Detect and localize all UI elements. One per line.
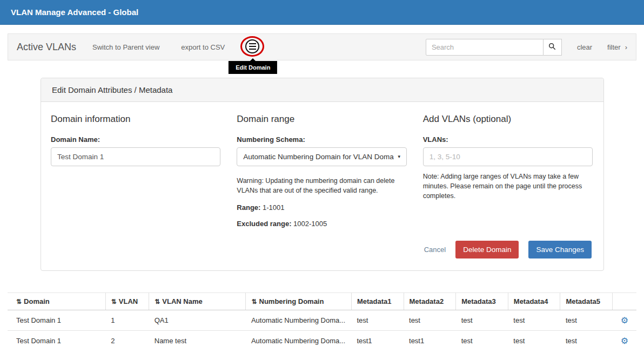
column-label: Metadata3 (461, 297, 496, 305)
row-settings-gear-icon[interactable]: ⚙ (621, 336, 628, 345)
cell-vlan: 1 (105, 310, 149, 331)
save-changes-button[interactable]: Save Changes (528, 241, 592, 258)
cell-metadata2: test (404, 310, 456, 331)
column-label: Numbering Domain (259, 297, 324, 305)
filter-link[interactable]: filter (607, 43, 621, 51)
cell-numbering-domain: Automatic Numbering Doma... (246, 310, 351, 331)
cell-metadata1: test1 (351, 331, 404, 347)
cell-numbering-domain: Automatic Numbering Doma... (246, 331, 351, 347)
cell-metadata3: test (456, 331, 508, 347)
domain-name-label: Domain Name: (51, 135, 220, 144)
table-header-row: ⇅Domain ⇅VLAN ⇅VLAN Name ⇅Numbering Doma… (8, 293, 636, 310)
hamburger-menu-icon[interactable] (245, 39, 259, 53)
excluded-range-label: Excluded range: (237, 220, 291, 228)
vlans-note-text: Note: Adding large ranges of VLANs may t… (423, 172, 593, 201)
chevron-right-icon: › (625, 43, 627, 51)
row-settings-gear-icon[interactable]: ⚙ (621, 316, 628, 325)
export-csv-link[interactable]: export to CSV (181, 43, 225, 51)
column-label: Metadata2 (410, 297, 444, 305)
page-title: VLAN Manage Advanced - Global (11, 8, 138, 17)
cell-metadata5: test (560, 310, 613, 331)
column-label: Metadata5 (566, 297, 600, 305)
column-label: VLAN (119, 297, 138, 305)
excluded-range-line: Excluded range: 1002-1005 (237, 220, 406, 228)
vlan-table: ⇅Domain ⇅VLAN ⇅VLAN Name ⇅Numbering Doma… (8, 292, 636, 347)
cell-domain: Test Domain 1 (8, 310, 105, 331)
search-input[interactable] (426, 39, 544, 56)
domain-information-heading: Domain information (51, 114, 220, 125)
edit-domain-panel: Edit Domain Attributes / Metadata Domain… (41, 78, 604, 271)
cell-vlan: 2 (105, 331, 149, 347)
delete-domain-button[interactable]: Delete Domain (455, 241, 519, 258)
active-vlans-heading: Active VLANs (17, 42, 76, 53)
search-button[interactable] (544, 39, 562, 56)
add-vlans-heading: Add VLANs (optional) (423, 114, 593, 125)
column-label: VLAN Name (162, 297, 202, 305)
table-row: Test Domain 1 1 QA1 Automatic Numbering … (8, 310, 636, 331)
column-header-actions (613, 293, 636, 310)
numbering-schema-value: Automatic Numbering Domain for VLAN Doma (243, 153, 394, 161)
panel-title: Edit Domain Attributes / Metadata (41, 78, 603, 102)
column-label: Metadata1 (357, 297, 392, 305)
add-vlans-section: Add VLANs (optional) VLANs: Note: Adding… (423, 111, 593, 228)
edit-domain-menu: Edit Domain (245, 39, 260, 55)
cancel-button[interactable]: Cancel (424, 246, 446, 254)
sort-icon: ⇅ (16, 298, 22, 305)
cell-metadata4: test (508, 331, 560, 347)
domain-range-section: Domain range Numbering Schema: Automatic… (237, 111, 406, 228)
cell-domain: Test Domain 1 (8, 331, 105, 347)
column-header-vlan-name[interactable]: ⇅VLAN Name (149, 293, 246, 310)
panel-actions: Cancel Delete Domain Save Changes (41, 241, 603, 270)
cell-metadata4: test (508, 310, 560, 331)
column-header-metadata3: Metadata3 (456, 293, 508, 310)
range-warning-text: Warning: Updating the numbering domain c… (237, 176, 406, 195)
table-row: Test Domain 1 2 Name test Automatic Numb… (8, 331, 636, 347)
sort-icon: ⇅ (251, 298, 257, 305)
cell-vlan-name: QA1 (149, 310, 246, 331)
column-header-metadata2: Metadata2 (404, 293, 456, 310)
excluded-range-value: 1002-1005 (291, 220, 327, 228)
app-header: VLAN Manage Advanced - Global (0, 0, 644, 25)
column-header-numbering-domain[interactable]: ⇅Numbering Domain (246, 293, 351, 310)
numbering-schema-label: Numbering Schema: (237, 135, 406, 144)
cell-metadata5: test (560, 331, 613, 347)
domain-name-input[interactable] (51, 147, 220, 166)
numbering-schema-select[interactable]: Automatic Numbering Domain for VLAN Doma… (237, 147, 406, 166)
domain-range-heading: Domain range (237, 114, 406, 125)
column-label: Domain (24, 297, 50, 305)
vlans-label: VLANs: (423, 135, 593, 144)
toolbar: Active VLANs Switch to Parent view expor… (8, 33, 636, 60)
chevron-down-icon: ▼ (397, 154, 401, 159)
range-value: 1-1001 (260, 203, 284, 212)
column-header-metadata4: Metadata4 (508, 293, 560, 310)
column-header-metadata5: Metadata5 (560, 293, 613, 310)
filter-label: filter (607, 43, 621, 51)
sort-icon: ⇅ (155, 298, 160, 305)
domain-information-section: Domain information Domain Name: (51, 111, 220, 228)
column-label: Metadata4 (514, 297, 548, 305)
edit-domain-tooltip: Edit Domain (229, 61, 277, 74)
cell-metadata1: test (351, 310, 404, 331)
cell-metadata2: test1 (404, 331, 456, 347)
cell-vlan-name: Name test (149, 331, 246, 347)
clear-link[interactable]: clear (577, 43, 592, 51)
column-header-metadata1: Metadata1 (351, 293, 404, 310)
vlans-input[interactable] (423, 147, 593, 166)
cell-metadata3: test (456, 310, 508, 331)
search-group (426, 39, 562, 56)
range-label: Range: (237, 203, 260, 212)
search-icon (548, 43, 556, 52)
range-line: Range: 1-1001 (237, 203, 406, 212)
column-header-vlan[interactable]: ⇅VLAN (105, 293, 149, 310)
sort-icon: ⇅ (111, 298, 117, 305)
column-header-domain[interactable]: ⇅Domain (8, 293, 105, 310)
switch-parent-view-link[interactable]: Switch to Parent view (92, 43, 159, 51)
